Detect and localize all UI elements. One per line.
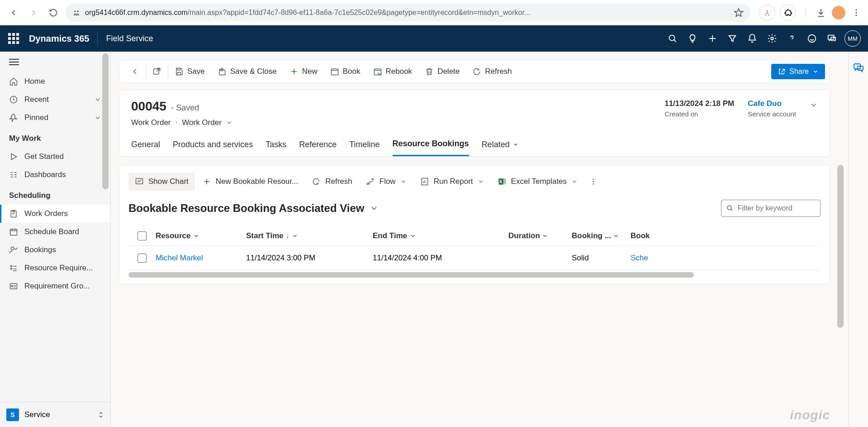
sidebar-item-bookings[interactable]: Bookings bbox=[0, 241, 110, 259]
grid-horizontal-scrollbar[interactable] bbox=[128, 272, 694, 278]
area-switcher[interactable]: S Service bbox=[0, 402, 110, 427]
copilot-chat-icon[interactable] bbox=[852, 61, 865, 74]
refresh-button[interactable]: Refresh bbox=[466, 60, 518, 83]
app-launcher-icon[interactable] bbox=[7, 32, 20, 45]
browser-forward-button[interactable] bbox=[25, 5, 42, 21]
nav-group-scheduling: Scheduling bbox=[0, 184, 110, 205]
save-close-icon bbox=[218, 67, 227, 76]
view-title[interactable]: Bookable Resource Booking Associated Vie… bbox=[128, 202, 364, 215]
form-selector[interactable]: Work Order bbox=[182, 118, 222, 127]
chat-icon[interactable] bbox=[822, 29, 842, 48]
report-icon bbox=[420, 177, 429, 186]
svg-point-0 bbox=[75, 10, 76, 11]
select-all-checkbox[interactable] bbox=[128, 231, 156, 240]
filter-textbox[interactable] bbox=[738, 204, 828, 212]
sidebar-item-dashboards[interactable]: Dashboards bbox=[0, 166, 110, 184]
svg-rect-56 bbox=[503, 179, 505, 180]
delete-button[interactable]: Delete bbox=[418, 60, 466, 83]
cmd-label: Refresh bbox=[485, 67, 512, 76]
header-field-account[interactable]: Cafe Duo Service account bbox=[748, 99, 796, 118]
sidebar-item-scheduleboard[interactable]: Schedule Board bbox=[0, 223, 110, 241]
sidebar-item-recent[interactable]: Recent bbox=[0, 91, 110, 109]
tab-reference[interactable]: Reference bbox=[299, 139, 337, 156]
sidebar-item-home[interactable]: Home bbox=[0, 72, 110, 91]
chevron-down-icon[interactable] bbox=[226, 120, 232, 126]
sidebar-item-getstarted[interactable]: Get Started bbox=[0, 148, 110, 166]
user-avatar[interactable]: MM bbox=[844, 30, 861, 47]
extensions-icon[interactable] bbox=[780, 5, 796, 21]
run-report-button[interactable]: Run Report bbox=[414, 173, 490, 191]
excel-icon bbox=[498, 177, 507, 186]
clipboard-icon bbox=[9, 209, 18, 218]
rebook-button[interactable]: Rebook bbox=[367, 60, 419, 83]
column-resource[interactable]: Resource bbox=[156, 231, 246, 240]
column-endtime[interactable]: End Time bbox=[373, 231, 508, 240]
main-scrollbar[interactable] bbox=[837, 165, 844, 328]
header-expand-button[interactable] bbox=[810, 99, 818, 109]
browser-address-bar[interactable]: org5414c66f.crm.dynamics.com/main.aspx?a… bbox=[65, 4, 751, 22]
site-settings-icon[interactable] bbox=[72, 9, 81, 17]
save-button[interactable]: Save bbox=[168, 60, 211, 83]
browser-back-button[interactable] bbox=[5, 5, 22, 21]
tab-tasks[interactable]: Tasks bbox=[266, 139, 286, 156]
search-icon[interactable] bbox=[663, 29, 683, 48]
sidebar-item-workorders[interactable]: Work Orders bbox=[0, 205, 110, 223]
view-selector-chevron[interactable] bbox=[370, 204, 379, 213]
notifications-icon[interactable] bbox=[742, 29, 762, 48]
help-icon[interactable] bbox=[782, 29, 802, 48]
column-book[interactable]: Book bbox=[631, 231, 653, 240]
new-button[interactable]: New bbox=[283, 60, 324, 83]
add-icon[interactable] bbox=[702, 29, 722, 48]
lightbulb-icon[interactable] bbox=[683, 29, 702, 48]
field-value[interactable]: Cafe Duo bbox=[748, 99, 796, 108]
tab-timeline[interactable]: Timeline bbox=[349, 139, 379, 156]
save-close-button[interactable]: Save & Close bbox=[211, 60, 283, 83]
subgrid-refresh-button[interactable]: Refresh bbox=[305, 173, 359, 191]
back-button[interactable] bbox=[124, 60, 146, 83]
sidebar-item-reqgroup[interactable]: Requirement Gro... bbox=[0, 277, 110, 295]
tab-general[interactable]: General bbox=[131, 139, 160, 156]
tab-products[interactable]: Products and services bbox=[173, 139, 253, 156]
sidebar-item-pinned[interactable]: Pinned bbox=[0, 109, 110, 127]
open-new-window-button[interactable] bbox=[146, 60, 168, 83]
flow-button[interactable]: Flow bbox=[360, 173, 413, 191]
form-tabs: General Products and services Tasks Refe… bbox=[131, 139, 818, 156]
column-duration[interactable]: Duration bbox=[508, 231, 572, 240]
search-icon bbox=[726, 204, 734, 212]
share-button[interactable]: Share bbox=[771, 64, 825, 79]
smiley-icon[interactable] bbox=[802, 29, 822, 48]
subgrid-panel: Show Chart New Bookable Resour... Refres… bbox=[119, 165, 830, 284]
cell-book[interactable]: Sche bbox=[631, 254, 648, 262]
svg-line-9 bbox=[674, 40, 676, 42]
tab-resource-bookings[interactable]: Resource Bookings bbox=[393, 139, 469, 156]
book-button[interactable]: Book bbox=[324, 60, 367, 83]
filter-input[interactable] bbox=[721, 200, 821, 217]
grid-row[interactable]: Michel Markel 11/14/2024 3:00 PM 11/14/2… bbox=[128, 246, 821, 270]
browser-profile-avatar[interactable] bbox=[832, 6, 845, 19]
column-bookingstatus[interactable]: Booking ... bbox=[572, 231, 631, 240]
row-checkbox[interactable] bbox=[128, 254, 156, 263]
filter-icon[interactable] bbox=[722, 29, 742, 48]
settings-gear-icon[interactable] bbox=[762, 29, 782, 48]
app-name[interactable]: Field Service bbox=[106, 34, 153, 43]
nav-group-mywork: My Work bbox=[0, 127, 110, 148]
browser-refresh-button[interactable] bbox=[45, 5, 62, 21]
sidebar-toggle-button[interactable] bbox=[0, 52, 110, 72]
nav-label: Schedule Board bbox=[24, 227, 101, 236]
new-bookable-button[interactable]: New Bookable Resour... bbox=[196, 173, 304, 191]
show-chart-button[interactable]: Show Chart bbox=[128, 173, 195, 191]
svg-point-59 bbox=[593, 178, 594, 180]
assistant-icon[interactable] bbox=[759, 5, 775, 21]
column-starttime[interactable]: Start Time ↓ bbox=[246, 231, 373, 240]
browser-menu-icon[interactable] bbox=[850, 6, 863, 19]
sidebar-scrollbar[interactable] bbox=[102, 53, 109, 189]
sidebar-item-resourcereq[interactable]: Resource Require... bbox=[0, 259, 110, 277]
tab-related[interactable]: Related bbox=[482, 139, 519, 156]
downloads-icon[interactable] bbox=[815, 6, 827, 19]
cell-resource[interactable]: Michel Markel bbox=[156, 254, 203, 263]
trash-icon bbox=[425, 67, 434, 76]
bookmark-star-icon[interactable] bbox=[734, 8, 744, 18]
more-commands-button[interactable] bbox=[585, 173, 602, 190]
excel-templates-button[interactable]: Excel Templates bbox=[491, 173, 584, 191]
cell-start: 11/14/2024 3:00 PM bbox=[246, 254, 315, 263]
